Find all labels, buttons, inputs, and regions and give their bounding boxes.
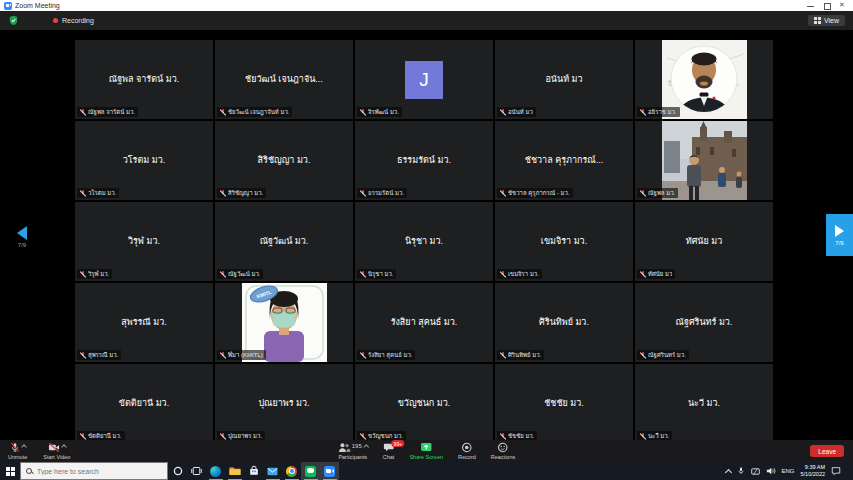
participants-button[interactable]: 195 Participants bbox=[338, 442, 368, 460]
participant-tile[interactable]: ชัชวาล คุรุภากรณ์... ชัชวาล คุรุภากรณ์ -… bbox=[495, 121, 633, 200]
maximize-icon[interactable] bbox=[823, 2, 830, 9]
participant-tile[interactable]: เขมจิรา มว. เขมจิรา มว. bbox=[495, 202, 633, 281]
tray-mic-icon[interactable] bbox=[737, 466, 745, 476]
mail-icon[interactable] bbox=[263, 462, 282, 480]
participant-chip-label: วิรุฬ มว. bbox=[88, 270, 109, 278]
start-video-button[interactable]: Start Video bbox=[43, 442, 70, 460]
file-explorer-icon[interactable] bbox=[225, 462, 244, 480]
participant-tile[interactable]: วิรุฬ มว. วิรุฬ มว. bbox=[75, 202, 213, 281]
close-icon[interactable] bbox=[839, 2, 846, 9]
participant-tile[interactable]: ณัฐวัฒน์ มว. ณัฐวัฒน์ มว. bbox=[215, 202, 353, 281]
leave-button[interactable]: Leave bbox=[810, 445, 844, 457]
participant-chip-label: ณัฐวัฒน์ มว. bbox=[228, 270, 260, 278]
participant-tile[interactable]: ทัศนัย มว ทัศนัย มว bbox=[635, 202, 773, 281]
participant-chip-label: จิรพัฒน์ มว. bbox=[368, 108, 399, 116]
chevron-up-icon[interactable] bbox=[363, 444, 369, 450]
participant-chip: ณัฐศรินทร์ มว. bbox=[637, 350, 689, 360]
participant-chip: สิริชัญญา มว. bbox=[217, 188, 266, 198]
muted-mic-icon bbox=[359, 189, 366, 197]
muted-mic-icon bbox=[359, 108, 366, 116]
avatar: J bbox=[405, 61, 443, 99]
cortana-icon[interactable] bbox=[168, 462, 187, 480]
start-video-label: Start Video bbox=[43, 454, 70, 460]
participant-tile[interactable]: นิรุชา มว. นิรุชา มว. bbox=[355, 202, 493, 281]
window-title: Zoom Meeting bbox=[15, 2, 60, 9]
participant-chip: นิรุชา มว. bbox=[357, 269, 396, 279]
participant-tile[interactable]: วโรตม มว. วโรตม มว. bbox=[75, 121, 213, 200]
record-icon bbox=[461, 442, 472, 453]
meeting-toolbar: Unmute Start Video bbox=[0, 440, 853, 462]
edge-icon[interactable] bbox=[206, 462, 225, 480]
store-icon[interactable] bbox=[244, 462, 263, 480]
volume-icon[interactable] bbox=[766, 466, 776, 476]
participant-chip: ณัฐพล มว. bbox=[637, 188, 678, 198]
participant-name: ณัฐพล จารัตน์ มว. bbox=[81, 73, 208, 85]
participant-tile[interactable]: ณัฐพล จารัตน์ มว. ณัฐพล จารัตน์ มว. bbox=[75, 40, 213, 119]
recording-dot-icon bbox=[53, 18, 58, 23]
muted-mic-icon bbox=[499, 432, 506, 440]
participant-tile[interactable]: ณัฐศรินทร์ มว. ณัฐศรินทร์ มว. bbox=[635, 283, 773, 362]
grid-view-icon bbox=[814, 17, 821, 24]
windows-taskbar: ENG 9:39 AM 5/10/2022 bbox=[0, 462, 853, 480]
participant-tile[interactable]: J จิรพัฒน์ มว. bbox=[355, 40, 493, 119]
search-icon bbox=[26, 468, 33, 475]
muted-mic-icon bbox=[79, 189, 86, 197]
chat-button[interactable]: 99+ Chat bbox=[383, 442, 395, 460]
participant-tile[interactable]: ศิรินทิพย์ มว. ศิรินทิพย์ มว. bbox=[495, 283, 633, 362]
task-view-icon[interactable] bbox=[187, 462, 206, 480]
participant-tile[interactable]: รังสิยา สุคนธ์ มว. รังสิยา สุคนธ์ มว. bbox=[355, 283, 493, 362]
participant-chip-label: ขัตติยานี มว. bbox=[88, 432, 122, 440]
participant-tile[interactable]: ชัชชัย มว. ชัชชัย มว. bbox=[495, 364, 633, 443]
participant-name: ธรรมรัตน์ มว. bbox=[361, 154, 488, 166]
taskbar-clock[interactable]: 9:39 AM 5/10/2022 bbox=[801, 464, 825, 478]
participant-chip: รังสิยา สุคนธ์ มว. bbox=[357, 350, 415, 360]
zoom-meeting-window: Zoom Meeting Recording View ณัฐพล จารัตน… bbox=[0, 0, 853, 480]
participant-tile[interactable]: ชัยวัฒน์ เจนฎาจัน... ชัยวัฒน์ เจนฎาจันท์… bbox=[215, 40, 353, 119]
participant-tile[interactable]: ปุณยาพร มว. ปุณยาพร มว. bbox=[215, 364, 353, 443]
participant-chip-label: ปุณยาพร มว. bbox=[228, 432, 262, 440]
language-indicator[interactable]: ENG bbox=[782, 468, 795, 474]
search-input[interactable] bbox=[37, 468, 152, 475]
reactions-button[interactable]: Reactions bbox=[491, 442, 515, 460]
participant-tile[interactable]: SIN S 4. bbox=[635, 40, 773, 119]
previous-page-button[interactable]: 7/9 bbox=[7, 226, 37, 248]
muted-mic-icon bbox=[639, 351, 646, 359]
minimize-icon[interactable] bbox=[807, 2, 814, 9]
participant-tile[interactable]: ณัฐพล มว. bbox=[635, 121, 773, 200]
participant-chip-label: รังสิยา สุคนธ์ มว. bbox=[368, 351, 412, 359]
participant-tile[interactable]: ขวัญชนก มว. ขวัญชนก มว. bbox=[355, 364, 493, 443]
participant-tile[interactable]: นะวี มว. นะวี มว. bbox=[635, 364, 773, 443]
show-hidden-icons-chevron[interactable] bbox=[724, 468, 731, 475]
camera-off-icon bbox=[48, 442, 60, 453]
windows-logo-icon bbox=[6, 467, 15, 476]
taskbar-search[interactable] bbox=[20, 462, 168, 480]
participant-tile[interactable]: สุพรรณี มว. สุพรรณี มว. bbox=[75, 283, 213, 362]
participant-tile[interactable]: ธรรมรัตน์ มว. ธรรมรัตน์ มว. bbox=[355, 121, 493, 200]
share-screen-label: Share Screen bbox=[409, 454, 443, 460]
unmute-button[interactable]: Unmute bbox=[8, 442, 27, 460]
clock-time: 9:39 AM bbox=[801, 464, 825, 471]
page-indicator: 7/9 bbox=[835, 240, 843, 246]
pen-touch-icon[interactable] bbox=[751, 467, 760, 476]
view-button[interactable]: View bbox=[808, 15, 845, 26]
participant-grid: ณัฐพล จารัตน์ มว. ณัฐพล จารัตน์ มว. ชัยว… bbox=[75, 40, 773, 443]
share-screen-button[interactable]: Share Screen bbox=[409, 442, 443, 460]
participant-name: ทัศนัย มว bbox=[641, 235, 768, 247]
participant-chip: ธรรมรัตน์ มว. bbox=[357, 188, 407, 198]
zoom-taskbar-icon[interactable] bbox=[320, 462, 339, 480]
participant-tile[interactable]: สิริชัญญา มว. สิริชัญญา มว. bbox=[215, 121, 353, 200]
next-page-button[interactable]: 7/9 bbox=[826, 214, 853, 256]
action-center-icon[interactable] bbox=[831, 466, 841, 476]
record-button[interactable]: Record bbox=[458, 442, 476, 460]
participant-tile[interactable]: อนันท์ มว อนันท์ มว bbox=[495, 40, 633, 119]
chevron-up-icon[interactable] bbox=[21, 444, 27, 450]
participant-tile[interactable]: ขัตติยานี มว. ขัตติยานี มว. bbox=[75, 364, 213, 443]
chevron-up-icon[interactable] bbox=[61, 444, 67, 450]
chrome-icon[interactable] bbox=[282, 462, 301, 480]
line-icon[interactable] bbox=[301, 462, 320, 480]
start-button[interactable] bbox=[0, 462, 20, 480]
view-label: View bbox=[824, 17, 839, 24]
participants-icon bbox=[338, 442, 350, 453]
participant-tile[interactable]: KMITL ฬิมา (KMITL) bbox=[215, 283, 353, 362]
security-shield-icon[interactable] bbox=[8, 15, 19, 26]
